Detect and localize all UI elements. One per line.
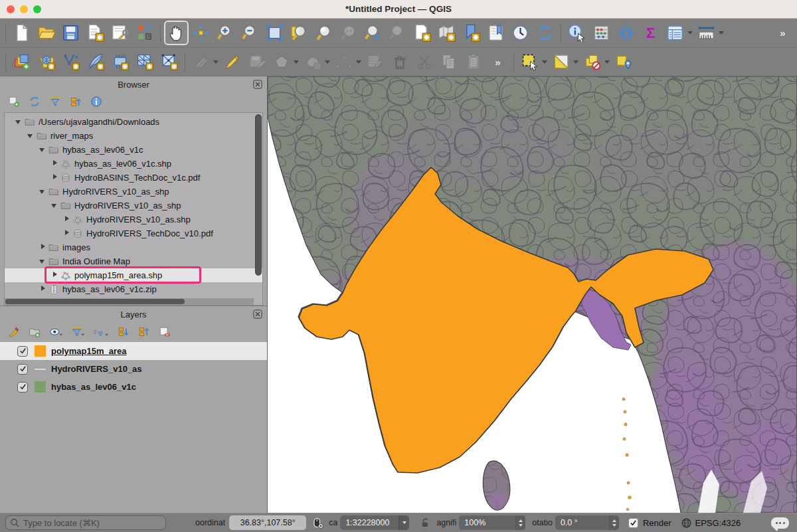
lock-scale-icon[interactable]	[420, 517, 431, 529]
cut-features-button[interactable]	[412, 50, 436, 74]
magnifier-spinner[interactable]	[515, 515, 525, 530]
open-data-source-manager-button[interactable]	[9, 50, 34, 74]
messages-button[interactable]	[771, 517, 789, 529]
zoom-native-button[interactable]	[336, 21, 361, 45]
toggle-editing-button[interactable]	[220, 50, 244, 74]
vertex-tool-dropdown[interactable]	[356, 60, 361, 64]
expander-open[interactable]	[39, 146, 46, 153]
filter-browser-icon[interactable]	[49, 96, 61, 108]
rotation-spinbox[interactable]: 0.0 °	[555, 515, 619, 530]
select-features-dropdown[interactable]	[542, 60, 547, 64]
rotation-spinner[interactable]	[609, 515, 619, 530]
browser-horizontal-scrollbar[interactable]	[5, 299, 185, 304]
tree-row[interactable]: HydroRIVERS_TechDoc_v10.pdf	[5, 226, 262, 240]
filter-expression-icon[interactable]: ε	[93, 326, 109, 338]
add-shape-feature-button[interactable]	[300, 50, 325, 74]
vertex-tool-button[interactable]	[331, 50, 356, 74]
minimize-window-button[interactable]	[20, 5, 28, 13]
project-save-button[interactable]	[58, 21, 83, 45]
show-layout-manager-button[interactable]	[108, 21, 132, 45]
select-by-location-button[interactable]	[611, 50, 636, 74]
properties-widget-icon[interactable]	[90, 96, 102, 108]
extents-mouse-icon[interactable]	[310, 516, 323, 529]
expander-open[interactable]	[15, 118, 23, 126]
toolbar-overflow-button[interactable]: »	[770, 21, 795, 45]
refresh-browser-icon[interactable]	[29, 96, 41, 108]
add-feature-dropdown[interactable]	[294, 60, 299, 64]
tree-row[interactable]: HydroRIVERS_v10_as.shp	[5, 213, 262, 226]
collapse-all-icon[interactable]	[70, 96, 82, 108]
expander-open[interactable]	[27, 132, 35, 139]
new-bookmark-button[interactable]	[459, 21, 484, 45]
zoom-out-button[interactable]	[238, 21, 262, 45]
show-statistics-button[interactable]: Σ	[638, 21, 663, 45]
layer-row-hydrorivers[interactable]: HydroRIVERS_v10_as	[0, 360, 267, 378]
expander-closed[interactable]	[39, 244, 46, 251]
remove-layer-icon[interactable]	[159, 326, 171, 338]
expander-open[interactable]	[51, 202, 58, 209]
add-group-icon[interactable]	[29, 326, 41, 338]
show-spatial-bookmarks-button[interactable]	[434, 21, 459, 45]
layer-row-hybas[interactable]: hybas_as_lev06_v1c	[0, 378, 267, 396]
magnifier-spinbox[interactable]: 100%	[459, 515, 525, 530]
add-raster-layer-button[interactable]	[132, 50, 157, 74]
refresh-map-button[interactable]	[533, 21, 557, 45]
layer-styling-icon[interactable]	[8, 326, 20, 338]
add-vector-layer-button[interactable]	[34, 50, 58, 74]
add-mesh-layer-button[interactable]	[157, 50, 181, 74]
identify-features-button[interactable]	[565, 21, 589, 45]
layer-row-polymap[interactable]: polymap15m_area	[0, 342, 267, 360]
filter-legend-icon[interactable]	[71, 326, 84, 338]
close-window-button[interactable]	[7, 5, 15, 13]
pan-to-selection-button[interactable]	[189, 21, 213, 45]
zoom-last-button[interactable]	[361, 21, 385, 45]
zoom-to-selection-button[interactable]	[287, 21, 311, 45]
manage-map-themes-icon[interactable]	[49, 326, 62, 338]
expander-closed[interactable]	[51, 160, 58, 167]
crs-globe-icon[interactable]	[681, 517, 692, 529]
open-attribute-table-button[interactable]	[663, 21, 687, 45]
measure-dropdown[interactable]	[719, 31, 724, 35]
expander-closed[interactable]	[63, 216, 70, 223]
deselect-dropdown[interactable]	[604, 60, 610, 64]
add-polygon-feature-button[interactable]	[269, 50, 294, 74]
current-edits-button[interactable]	[189, 50, 213, 74]
render-checkbox[interactable]	[628, 518, 638, 528]
tree-row[interactable]: hybas_as_lev06_v1c	[5, 143, 262, 157]
expander-closed[interactable]	[63, 230, 70, 237]
style-manager-button[interactable]	[132, 21, 157, 45]
deselect-features-button[interactable]	[580, 50, 604, 74]
map-canvas[interactable]	[268, 76, 797, 513]
project-new-button[interactable]	[9, 21, 34, 45]
layer-checkbox[interactable]	[17, 346, 28, 357]
pan-map-button[interactable]	[164, 21, 189, 45]
zoom-window-button[interactable]	[33, 5, 41, 13]
scale-dropdown[interactable]	[398, 515, 409, 530]
add-postgis-layer-button[interactable]	[83, 50, 108, 74]
current-edits-dropdown[interactable]	[213, 60, 219, 64]
expander-open[interactable]	[39, 258, 46, 265]
layer-checkbox[interactable]	[17, 382, 28, 393]
locator-search-input[interactable]	[5, 515, 166, 530]
browser-vertical-scrollbar[interactable]	[255, 114, 262, 276]
project-open-button[interactable]	[34, 21, 58, 45]
save-layer-edits-button[interactable]	[244, 50, 269, 74]
show-bookmark-manager-button[interactable]	[484, 21, 508, 45]
shape-tool-dropdown[interactable]	[325, 60, 330, 64]
paste-features-button[interactable]	[461, 50, 486, 74]
tree-row[interactable]: hybas_as_lev06_v1c.zip	[5, 282, 262, 296]
attribute-table-dropdown[interactable]	[687, 31, 693, 35]
statistical-summary-button[interactable]	[589, 21, 614, 45]
add-layers-icon[interactable]	[8, 96, 20, 108]
tree-row[interactable]: images	[5, 240, 262, 254]
tree-row[interactable]: HydroRIVERS_v10_as_shp	[5, 185, 262, 199]
select-features-button[interactable]	[517, 50, 542, 74]
copy-features-button[interactable]	[436, 50, 461, 74]
tree-row[interactable]: /Users/ujavalgandhi/Downloads	[5, 115, 262, 129]
tree-row[interactable]: river_maps	[5, 129, 262, 143]
expand-all-icon[interactable]	[118, 326, 130, 338]
expander-closed[interactable]	[39, 286, 46, 293]
crs-status[interactable]: EPSG:4326	[695, 518, 741, 528]
tree-row-selected[interactable]: polymap15m_area.shp	[5, 268, 262, 282]
new-spatial-bookmark-button[interactable]	[410, 21, 434, 45]
